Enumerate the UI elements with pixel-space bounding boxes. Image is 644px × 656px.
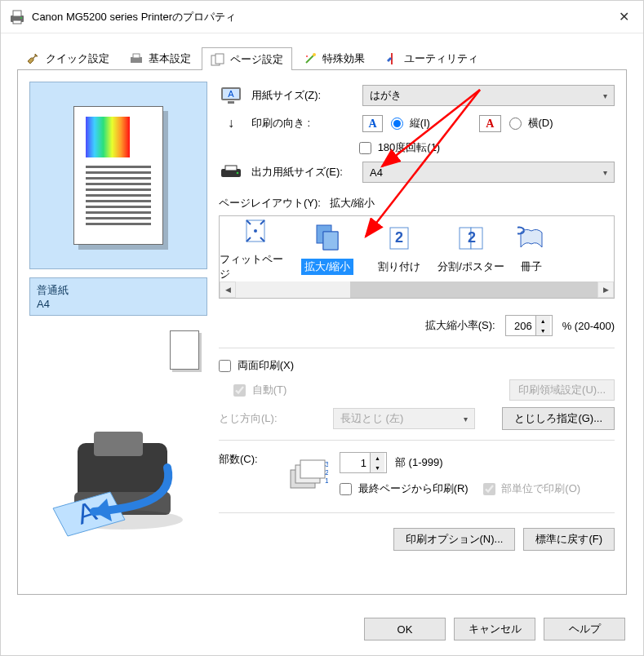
- preview-page: [73, 106, 163, 245]
- booklet-icon: [517, 224, 546, 253]
- close-button[interactable]: ✕: [604, 1, 643, 33]
- settings-column: A 用紙サイズ(Z): はがき▾ ↓ 印刷の向き : A 縦(I) A 横(D)…: [219, 82, 615, 583]
- chevron-down-icon: ▾: [603, 91, 607, 100]
- svg-text:2: 2: [395, 229, 403, 246]
- copies-section: 部数(C): 321 ▲▼ 部 (1-999) 最終ページから印刷(R): [219, 441, 615, 513]
- scale-ratio-input[interactable]: ▲▼: [505, 315, 553, 336]
- svg-point-3: [20, 17, 22, 19]
- layout-fit-page[interactable]: フィットページ: [220, 216, 291, 281]
- svg-rect-2: [13, 20, 21, 24]
- down-arrow-icon: ↓: [219, 116, 243, 131]
- reset-defaults-button[interactable]: 標準に戻す(F): [523, 528, 615, 551]
- layout-scrollbar[interactable]: ◀ ▶: [220, 281, 614, 298]
- layout-scale[interactable]: 拡大/縮小: [291, 216, 363, 281]
- layout-booklet[interactable]: 冊子: [507, 216, 556, 281]
- svg-rect-7: [215, 54, 224, 64]
- tab-quick[interactable]: クイック設定: [17, 47, 118, 69]
- auto-checkbox: 自動(T): [233, 383, 286, 397]
- output-preview: [29, 324, 207, 376]
- layout-poster[interactable]: 2 分割/ポスター: [435, 216, 507, 281]
- svg-text:A: A: [228, 89, 234, 99]
- print-options-button[interactable]: 印刷オプション(N)...: [393, 528, 516, 551]
- svg-rect-15: [94, 432, 143, 456]
- rotate-row: 180度回転(1): [219, 137, 615, 158]
- wrench-icon: [26, 51, 41, 66]
- collate-checkbox: 部単位で印刷(O): [483, 481, 580, 496]
- spin-up-icon[interactable]: ▲: [371, 453, 384, 463]
- bind-direction-label: とじ方向(L):: [219, 411, 322, 426]
- paper-size-combo[interactable]: はがき▾: [362, 85, 615, 106]
- svg-text:3: 3: [325, 460, 328, 468]
- portrait-icon: A: [362, 115, 383, 132]
- titlebar: Canon MG5200 series Printerのプロパティ ✕: [1, 1, 643, 33]
- scroll-left-icon[interactable]: ◀: [220, 281, 236, 298]
- rotate-180-checkbox[interactable]: 180度回転(1): [359, 140, 440, 155]
- monitor-icon: A: [219, 86, 243, 104]
- svg-rect-35: [300, 460, 325, 478]
- footer-options-row: 印刷オプション(N)... 標準に戻す(F): [219, 528, 615, 551]
- orientation-row: ↓ 印刷の向き : A 縦(I) A 横(D): [219, 109, 615, 137]
- dialog-footer: OK キャンセル ヘルプ: [1, 608, 643, 655]
- wand-icon: [303, 51, 318, 66]
- help-button[interactable]: ヘルプ: [544, 618, 625, 640]
- landscape-icon: A: [479, 115, 501, 132]
- tab-basic[interactable]: 基本設定: [120, 47, 200, 69]
- printer-tiny-icon: [219, 165, 243, 180]
- scroll-right-icon[interactable]: ▶: [597, 281, 614, 298]
- window-title: Canon MG5200 series Printerのプロパティ: [32, 10, 604, 24]
- page-layout-label: ページレイアウト(Y): 拡大/縮小: [219, 196, 615, 211]
- print-from-last-checkbox[interactable]: 最終ページから印刷(R): [340, 481, 469, 496]
- tab-page[interactable]: ページ設定: [202, 47, 292, 70]
- svg-text:2: 2: [325, 468, 328, 476]
- orientation-portrait[interactable]: 縦(I): [391, 116, 430, 131]
- media-info: 普通紙 A4: [29, 277, 207, 316]
- chevron-down-icon: ▾: [603, 168, 607, 177]
- output-size-row: 出力用紙サイズ(E): A4▾: [219, 158, 615, 186]
- tabs: クイック設定 基本設定 ページ設定 特殊効果 ユーティリティ: [17, 45, 643, 69]
- collate-icon: 321: [281, 452, 330, 501]
- svg-rect-5: [133, 54, 140, 58]
- printer-illustration: A: [29, 384, 207, 583]
- preview-column: 普通紙 A4 A: [29, 82, 207, 583]
- small-page-icon: [170, 330, 199, 370]
- spin-down-icon[interactable]: ▼: [371, 463, 384, 472]
- layout-nup[interactable]: 2 割り付け: [363, 216, 435, 281]
- svg-rect-22: [225, 166, 237, 171]
- svg-rect-19: [228, 101, 234, 104]
- bind-margin-button[interactable]: とじしろ指定(G)...: [502, 407, 615, 430]
- page-layout-list: フィットページ 拡大/縮小 2 割り付け 2 分割/ポスター: [219, 215, 615, 299]
- copies-range-label: 部 (1-999): [395, 455, 443, 470]
- orientation-landscape[interactable]: 横(D): [509, 116, 553, 131]
- cancel-button[interactable]: キャンセル: [454, 618, 535, 640]
- media-type: 普通紙: [37, 283, 200, 298]
- scale-icon: [313, 223, 342, 252]
- copies-input[interactable]: ▲▼: [340, 452, 387, 473]
- output-size-combo[interactable]: A4▾: [362, 162, 615, 183]
- tab-utility[interactable]: ユーティリティ: [375, 47, 487, 69]
- svg-text:1: 1: [325, 476, 328, 485]
- paper-size-row: A 用紙サイズ(Z): はがき▾: [219, 82, 615, 109]
- printer-icon: [9, 10, 25, 24]
- tab-effects[interactable]: 特殊効果: [294, 47, 374, 69]
- bind-direction-combo: 長辺とじ (左)▾: [333, 408, 475, 429]
- scale-ratio-label: 拡大縮小率(S):: [425, 318, 495, 333]
- scale-range-label: % (20-400): [562, 320, 615, 332]
- output-size-label: 出力用紙サイズ(E):: [251, 165, 354, 180]
- nup-icon: 2: [384, 224, 414, 253]
- printer-small-icon: [129, 51, 144, 66]
- ok-button[interactable]: OK: [364, 618, 446, 640]
- scale-ratio-row: 拡大縮小率(S): ▲▼ % (20-400): [219, 315, 615, 348]
- preview-photo: [86, 117, 130, 157]
- spin-up-icon[interactable]: ▲: [536, 316, 550, 326]
- svg-text:2: 2: [468, 229, 476, 246]
- copies-label: 部数(C):: [219, 452, 271, 501]
- spin-down-icon[interactable]: ▼: [536, 326, 550, 335]
- duplex-checkbox[interactable]: 両面印刷(X): [219, 359, 294, 371]
- page-setup-panel: 普通紙 A4 A A: [17, 69, 627, 595]
- pages-icon: [211, 52, 225, 67]
- printer-properties-dialog: Canon MG5200 series Printerのプロパティ ✕ クイック…: [0, 0, 644, 656]
- svg-point-10: [306, 55, 308, 57]
- svg-point-23: [237, 172, 239, 175]
- duplex-section: 両面印刷(X) 自動(T) 印刷領域設定(U)... とじ方向(L): 長辺とじ…: [219, 348, 615, 441]
- poster-icon: 2: [456, 224, 486, 253]
